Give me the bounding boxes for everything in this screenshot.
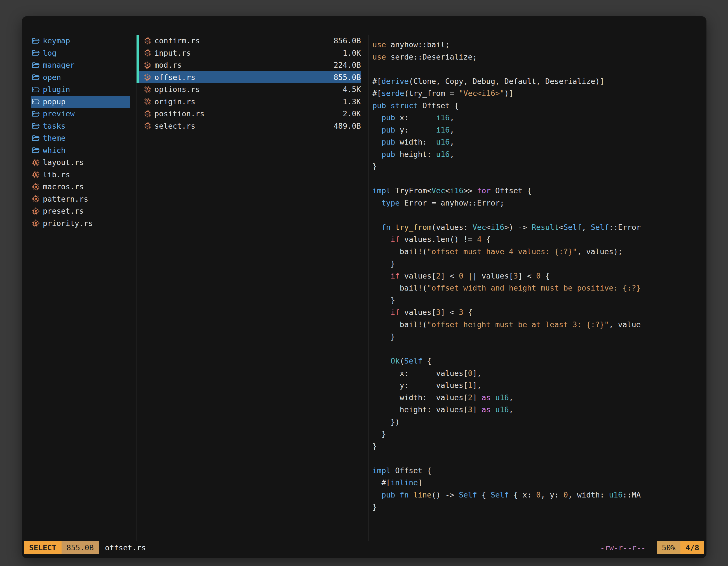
file-row-body: Rmod.rs224.0B — [139, 59, 361, 71]
svg-text:R: R — [35, 161, 37, 165]
code-line: bail!("offset width and height must be p… — [372, 282, 706, 294]
file-size: 224.0B — [334, 61, 361, 69]
sidebar-item-preset-rs[interactable]: Rpreset.rs — [31, 205, 130, 217]
code-line: impl Offset { — [372, 464, 706, 477]
rust-file-icon: R — [32, 195, 40, 203]
sidebar-item-preview[interactable]: preview — [31, 108, 130, 120]
file-row-body: Rconfirm.rs856.0B — [139, 35, 361, 47]
file-name: select.rs — [154, 122, 195, 130]
rust-file-icon: R — [32, 158, 40, 167]
file-row-body: Rposition.rs2.0K — [139, 108, 361, 120]
sidebar-item-macros-rs[interactable]: Rmacros.rs — [31, 181, 130, 193]
sidebar-item-theme[interactable]: theme — [31, 132, 130, 144]
item-label: open — [43, 73, 61, 82]
file-name: mod.rs — [154, 61, 182, 69]
rust-file-icon: R — [143, 37, 152, 45]
selection-marker — [137, 96, 139, 108]
code-line — [372, 63, 706, 75]
sidebar-item-which[interactable]: which — [31, 144, 130, 157]
rust-file-icon: R — [32, 170, 40, 179]
item-label: theme — [43, 134, 65, 142]
rust-file-icon: R — [143, 97, 152, 106]
rust-file-icon: R — [143, 122, 152, 130]
file-row-position-rs[interactable]: Rposition.rs2.0K — [137, 108, 368, 120]
sidebar-item-tasks[interactable]: tasks — [31, 120, 130, 132]
code-line: pub height: u16, — [372, 148, 706, 161]
file-name: origin.rs — [154, 97, 195, 106]
file-row-offset-rs[interactable]: Roffset.rs855.0B — [137, 71, 368, 84]
file-row-origin-rs[interactable]: Rorigin.rs1.3K — [137, 96, 368, 108]
code-line: Ok(Self { — [372, 355, 706, 367]
svg-text:R: R — [146, 75, 149, 79]
code-line — [372, 173, 706, 185]
code-line: height: values[3] as u16, — [372, 403, 706, 416]
sidebar-item-plugin[interactable]: plugin — [31, 83, 130, 96]
code-line: if values[3] < 3 { — [372, 306, 706, 318]
sidebar-item-log[interactable]: log — [31, 47, 130, 59]
code-line: } — [372, 330, 706, 343]
rust-file-icon: R — [143, 49, 152, 57]
item-label: popup — [43, 97, 65, 106]
item-label: manager — [43, 61, 75, 69]
scroll-percent-badge: 50% — [657, 541, 680, 554]
file-name: offset.rs — [154, 73, 195, 82]
selection-marker — [137, 35, 139, 47]
file-row-mod-rs[interactable]: Rmod.rs224.0B — [137, 59, 368, 71]
status-filename: offset.rs — [105, 543, 146, 552]
svg-text:R: R — [146, 63, 149, 67]
file-name: position.rs — [154, 109, 205, 118]
item-label: tasks — [43, 122, 65, 130]
item-label: preset.rs — [43, 207, 84, 215]
file-name: input.rs — [154, 49, 191, 57]
sidebar-item-manager[interactable]: manager — [31, 59, 130, 71]
file-size: 856.0B — [334, 36, 361, 45]
item-label: plugin — [43, 85, 70, 94]
sidebar-item-open[interactable]: open — [31, 71, 130, 84]
svg-text:R: R — [146, 112, 149, 116]
rust-file-icon: R — [32, 183, 40, 191]
item-label: which — [43, 146, 65, 155]
file-row-input-rs[interactable]: Rinput.rs1.0K — [137, 47, 368, 59]
status-right-group: -rw-r--r-- 50% 4/8 — [600, 541, 704, 554]
file-size: 855.0B — [334, 73, 361, 82]
mode-badge: SELECT — [24, 541, 62, 554]
panes: keymaplogmanageropenpluginpopuppreviewta… — [22, 16, 706, 541]
code-line: impl TryFrom<Vec<i16>> for Offset { — [372, 185, 706, 197]
size-badge: 855.0B — [62, 541, 99, 554]
item-label: macros.rs — [43, 182, 84, 191]
code-line: pub struct Offset { — [372, 100, 706, 112]
file-row-body: Rselect.rs489.0B — [139, 120, 361, 132]
file-size: 4.5K — [343, 85, 361, 94]
sidebar-item-priority-rs[interactable]: Rpriority.rs — [31, 217, 130, 230]
code-line: use anyhow::bail; — [372, 39, 706, 51]
selection-marker — [137, 120, 139, 132]
item-label: preview — [43, 109, 75, 118]
file-row-options-rs[interactable]: Roptions.rs4.5K — [137, 83, 368, 96]
code-line: } — [372, 501, 706, 513]
code-line: } — [372, 294, 706, 306]
code-line: }) — [372, 416, 706, 428]
sidebar-item-lib-rs[interactable]: Rlib.rs — [31, 169, 130, 181]
file-row-select-rs[interactable]: Rselect.rs489.0B — [137, 120, 368, 132]
sidebar-item-keymap[interactable]: keymap — [31, 35, 130, 47]
item-label: layout.rs — [43, 158, 84, 167]
file-row-body: Rorigin.rs1.3K — [139, 96, 361, 108]
sidebar-item-popup[interactable]: popup — [31, 96, 130, 108]
code-line: #[serde(try_from = "Vec<i16>")] — [372, 87, 706, 100]
file-row-confirm-rs[interactable]: Rconfirm.rs856.0B — [137, 35, 368, 47]
sidebar-item-layout-rs[interactable]: Rlayout.rs — [31, 156, 130, 169]
rust-file-icon: R — [143, 73, 152, 81]
file-name: options.rs — [154, 85, 200, 94]
open-folder-icon — [32, 73, 40, 81]
rust-file-icon: R — [143, 85, 152, 94]
selection-marker — [137, 83, 139, 96]
open-folder-icon — [32, 61, 40, 69]
preview-pane: use anyhow::bail;use serde::Deserialize;… — [368, 35, 706, 541]
sidebar-item-pattern-rs[interactable]: Rpattern.rs — [31, 193, 130, 205]
position-badge: 4/8 — [680, 541, 704, 554]
file-size: 1.0K — [343, 49, 361, 57]
item-label: log — [43, 49, 57, 57]
open-folder-icon — [32, 97, 40, 106]
code-line: y: values[1], — [372, 379, 706, 391]
selection-marker — [137, 71, 139, 84]
